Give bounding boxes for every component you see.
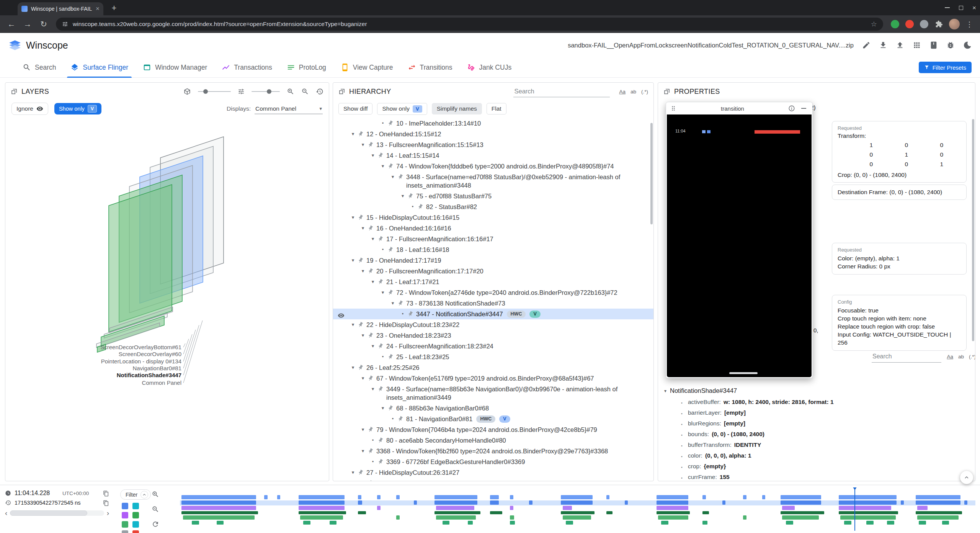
hierarchy-node[interactable]: ▾ 3448 - Surface(name=ed70f88 StatusBar)… — [333, 172, 653, 191]
hierarchy-node[interactable]: ▾ 16 - OneHanded:16:16#16 — [333, 223, 653, 234]
trace-entry-block[interactable] — [181, 495, 256, 499]
property-row[interactable]: • crop: {empty} — [658, 461, 975, 472]
expand-toggle[interactable]: ▾ — [359, 267, 367, 275]
expand-toggle[interactable]: ▾ — [379, 162, 387, 170]
trace-entry-block[interactable] — [782, 506, 795, 510]
timeline-scrollbar-thumb[interactable] — [10, 510, 87, 516]
transitions-trace-icon[interactable] — [122, 521, 128, 528]
hierarchy-node[interactable]: ▾ 68 - 885b63e NavigationBar0#68 — [333, 403, 653, 414]
trace-entry-block[interactable] — [844, 521, 851, 525]
pin-icon[interactable] — [376, 436, 385, 445]
trace-entry-block[interactable] — [563, 506, 572, 510]
trace-tab[interactable]: Transactions — [214, 57, 279, 78]
pin-icon[interactable] — [396, 415, 405, 423]
property-row[interactable]: • barrierLayer: [empty] — [658, 408, 975, 419]
trace-entry-block[interactable] — [916, 495, 960, 499]
timeline-zoom-out-icon[interactable] — [152, 505, 159, 513]
layer-label[interactable]: NavigationBar0#81 — [132, 365, 181, 371]
3d-view-icon[interactable] — [183, 88, 191, 95]
hierarchy-node[interactable]: ▾ 15 - HideDisplayCutout:16:16#15 — [333, 212, 653, 223]
expand-toggle[interactable]: ▾ — [349, 468, 357, 477]
upload-icon[interactable] — [896, 41, 904, 49]
pin-icon[interactable] — [386, 162, 395, 170]
extension-red-icon[interactable] — [905, 20, 914, 28]
trace-entry-block[interactable] — [781, 500, 821, 505]
trace-entry-block[interactable] — [436, 506, 474, 510]
browser-menu-icon[interactable]: ⋮ — [966, 20, 973, 29]
extension-green-icon[interactable] — [891, 20, 899, 28]
trace-entry-block[interactable] — [264, 495, 267, 499]
trace-entry-block[interactable] — [743, 515, 746, 520]
trace-entry-block[interactable] — [839, 511, 898, 514]
apps-icon[interactable] — [913, 41, 921, 49]
docs-icon[interactable] — [929, 41, 938, 49]
trace-entry-block[interactable] — [299, 506, 345, 510]
show-only-v-button[interactable]: Show only V — [377, 103, 427, 115]
trace-entry-block[interactable] — [510, 506, 513, 510]
expand-toggle[interactable]: ▾ — [359, 479, 367, 481]
hierarchy-node[interactable]: • 10 - ImePlaceholder:13:14#10 — [333, 118, 653, 129]
trace-tab[interactable]: Window Manager — [136, 57, 214, 78]
hierarchy-node[interactable]: ▾ 12 - OneHanded:15:15#12 — [333, 129, 653, 139]
expand-toggle[interactable]: ▾ — [359, 224, 367, 232]
trace-entry-block[interactable] — [510, 495, 513, 499]
properties-scrollbar[interactable] — [972, 119, 974, 341]
collapse-panel-icon[interactable] — [338, 88, 345, 95]
expand-toggle[interactable]: • — [379, 119, 387, 128]
trace-entry-block[interactable] — [762, 495, 765, 499]
reset-view-icon[interactable] — [316, 88, 323, 95]
hierarchy-node[interactable]: • 3447 - NotificationShade#3447 HWC V — [333, 309, 653, 319]
edit-icon[interactable] — [862, 41, 871, 49]
zoom-out-icon[interactable] — [301, 88, 309, 95]
pin-icon[interactable] — [386, 404, 395, 412]
property-row[interactable]: • blurRegions: [empty] — [658, 419, 975, 429]
trace-tab[interactable]: Jank CUJs — [460, 57, 519, 78]
jank-trace-icon[interactable] — [132, 530, 139, 533]
trace-tab[interactable]: Search — [15, 57, 63, 78]
pin-icon[interactable] — [366, 447, 375, 455]
expand-toggle[interactable]: • — [389, 415, 397, 423]
expand-toggle[interactable]: • — [369, 436, 377, 445]
trace-entry-block[interactable] — [490, 495, 499, 499]
trace-entry-block[interactable] — [942, 521, 949, 525]
pin-icon[interactable] — [366, 224, 375, 232]
trace-entry-block[interactable] — [566, 521, 573, 525]
expand-toggle[interactable]: • — [369, 458, 377, 466]
tab-close-icon[interactable]: × — [96, 5, 100, 13]
trace-entry-block[interactable] — [606, 495, 609, 499]
layer-label[interactable]: ScreenDecorOverlay#60 — [119, 351, 181, 357]
hierarchy-node[interactable]: ▾ 23 - OneHanded:18:23#23 — [333, 330, 653, 341]
trace-entry-block[interactable] — [299, 500, 345, 505]
trace-entry-block[interactable] — [434, 500, 477, 505]
timeline-scrollbar[interactable] — [10, 510, 104, 516]
trace-entry-block[interactable] — [490, 500, 499, 505]
pin-icon[interactable] — [396, 173, 405, 181]
pin-icon[interactable] — [386, 119, 395, 128]
property-row[interactable]: • color: (0, 0, 0), alpha: 1 — [658, 451, 975, 461]
minimize-window-icon[interactable] — [945, 7, 950, 8]
trace-entry-block[interactable] — [839, 500, 897, 505]
search-option-icon[interactable]: (.*) — [641, 89, 648, 95]
hierarchy-node[interactable]: ▾ 20 - FullscreenMagnification:17:17#20 — [333, 266, 653, 276]
trace-tab[interactable]: View Capture — [333, 57, 400, 78]
expand-toggle[interactable]: ▾ — [359, 331, 367, 340]
pin-icon[interactable] — [386, 288, 395, 297]
expand-toggle[interactable]: • — [379, 353, 387, 361]
search-option-icon[interactable]: ab — [958, 354, 964, 360]
trace-entry-block[interactable] — [358, 500, 362, 505]
hierarchy-node[interactable]: ▾ 75 - ed70f88 StatusBar#75 — [333, 191, 653, 201]
expand-toggle[interactable]: ▾ — [389, 299, 397, 307]
trace-entry-block[interactable] — [561, 495, 593, 499]
trace-entry-block[interactable] — [181, 506, 256, 510]
trace-entry-block[interactable] — [866, 521, 874, 525]
hierarchy-node[interactable]: ▾ 24 - FullscreenMagnification:18:23#24 — [333, 341, 653, 352]
trace-entry-block[interactable] — [919, 521, 926, 525]
hierarchy-node[interactable]: ▾ 27 - HideDisplayCutout:26:31#27 — [333, 467, 653, 478]
visibility-eye-icon[interactable] — [338, 311, 345, 319]
trace-entry-block[interactable] — [657, 511, 690, 514]
hierarchy-node[interactable]: • 18 - Leaf:16:16#18 — [333, 244, 653, 255]
hierarchy-node[interactable]: ▾ 21 - Leaf:17:17#21 — [333, 276, 653, 287]
hierarchy-node[interactable]: • 3369 - 67726bf EdgeBackGestureHandler0… — [333, 456, 653, 467]
trace-entry-block[interactable] — [917, 515, 959, 520]
screen-recording-trace-icon[interactable] — [122, 530, 128, 533]
